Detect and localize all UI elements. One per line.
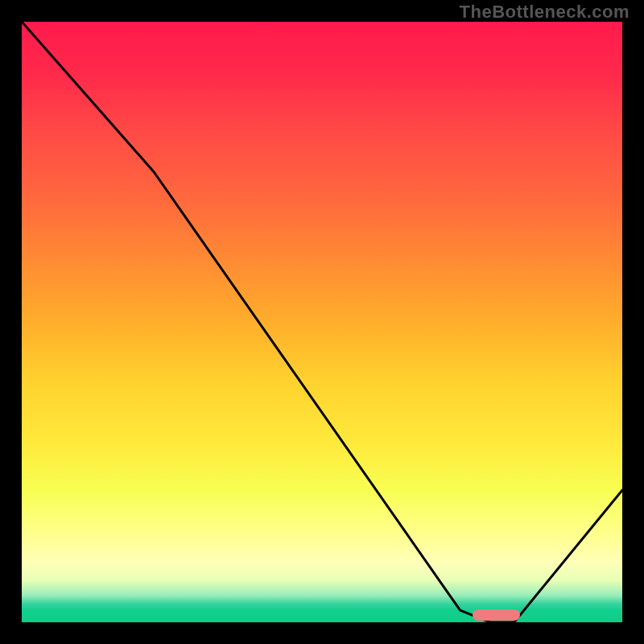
watermark-text: TheBottleneck.com xyxy=(460,2,630,23)
optimal-range-marker xyxy=(473,609,521,621)
curve-svg xyxy=(22,22,622,622)
chart-container: TheBottleneck.com xyxy=(0,0,644,644)
plot-area xyxy=(22,22,622,622)
bottleneck-curve xyxy=(22,22,622,622)
